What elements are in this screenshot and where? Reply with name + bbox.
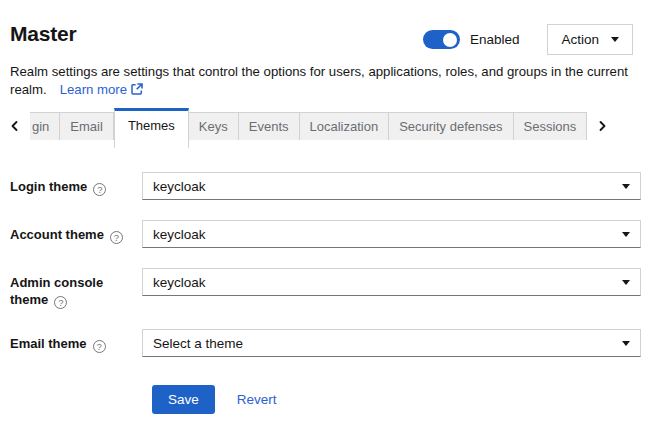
tab-login-partial[interactable]: gin	[30, 112, 60, 140]
login-theme-value: keycloak	[153, 179, 206, 194]
form-actions: Save Revert	[152, 385, 641, 414]
tab-label: Keys	[199, 119, 228, 134]
caret-down-icon	[611, 37, 619, 42]
external-link-icon	[131, 83, 143, 95]
page-title: Master	[10, 22, 77, 46]
label-text: Account theme	[10, 227, 104, 242]
help-icon[interactable]: ?	[54, 296, 67, 309]
email-theme-value: Select a theme	[153, 336, 243, 351]
help-icon[interactable]: ?	[93, 340, 106, 353]
label-text: Login theme	[10, 179, 87, 194]
tab-scroll-left-button[interactable]	[0, 112, 30, 140]
tab-label: Localization	[310, 119, 379, 134]
login-theme-select[interactable]: keycloak	[142, 172, 641, 200]
chevron-left-icon	[9, 120, 21, 132]
tab-localization[interactable]: Localization	[300, 112, 390, 140]
learn-more-link[interactable]: Learn more	[60, 82, 143, 97]
enabled-toggle-group: Enabled	[423, 30, 520, 49]
help-icon[interactable]: ?	[110, 231, 123, 244]
enabled-label: Enabled	[470, 32, 520, 47]
caret-down-icon	[622, 280, 630, 285]
revert-button[interactable]: Revert	[237, 392, 277, 407]
email-theme-label: Email theme?	[10, 329, 142, 357]
action-dropdown-button[interactable]: Action	[547, 24, 633, 55]
tab-email[interactable]: Email	[60, 112, 114, 140]
login-theme-label: Login theme?	[10, 172, 142, 200]
email-theme-select[interactable]: Select a theme	[142, 329, 641, 357]
tab-label: gin	[32, 119, 49, 134]
tab-label: Sessions	[524, 119, 577, 134]
toggle-knob-icon	[443, 33, 457, 47]
field-email-theme: Email theme? Select a theme	[10, 329, 641, 357]
field-admin-console-theme: Admin console theme? keycloak	[10, 268, 641, 309]
tab-label: Security defenses	[399, 119, 502, 134]
tab-label: Events	[249, 119, 289, 134]
tab-scroll-right-button[interactable]	[587, 112, 617, 140]
tab-label: Themes	[128, 118, 175, 133]
caret-down-icon	[622, 184, 630, 189]
learn-more-label: Learn more	[60, 82, 127, 97]
admin-console-theme-value: keycloak	[153, 275, 206, 290]
field-login-theme: Login theme? keycloak	[10, 172, 641, 200]
themes-form: Login theme? keycloak Account theme? key…	[0, 148, 655, 414]
tab-events[interactable]: Events	[239, 112, 300, 140]
label-text: Email theme	[10, 336, 87, 351]
tab-themes[interactable]: Themes	[114, 108, 189, 148]
chevron-right-icon	[596, 120, 608, 132]
save-button[interactable]: Save	[152, 385, 215, 414]
account-theme-value: keycloak	[153, 227, 206, 242]
caret-down-icon	[622, 341, 630, 346]
page-header: Master Enabled Action	[0, 0, 655, 55]
tab-keys[interactable]: Keys	[189, 112, 239, 140]
account-theme-label: Account theme?	[10, 220, 142, 248]
tab-security-defenses[interactable]: Security defenses	[389, 112, 513, 140]
help-icon[interactable]: ?	[93, 183, 106, 196]
enabled-toggle[interactable]	[423, 30, 460, 49]
admin-console-theme-label: Admin console theme?	[10, 268, 142, 309]
tab-label: Email	[70, 119, 103, 134]
caret-down-icon	[622, 232, 630, 237]
account-theme-select[interactable]: keycloak	[142, 220, 641, 248]
realm-description: Realm settings are settings that control…	[0, 55, 655, 98]
action-dropdown-label: Action	[561, 32, 599, 47]
realm-settings-tabbar: gin Email Themes Keys Events Localizatio…	[0, 108, 655, 148]
field-account-theme: Account theme? keycloak	[10, 220, 641, 248]
header-controls: Enabled Action	[423, 24, 633, 55]
admin-console-theme-select[interactable]: keycloak	[142, 268, 641, 296]
tab-sessions[interactable]: Sessions	[514, 112, 588, 140]
